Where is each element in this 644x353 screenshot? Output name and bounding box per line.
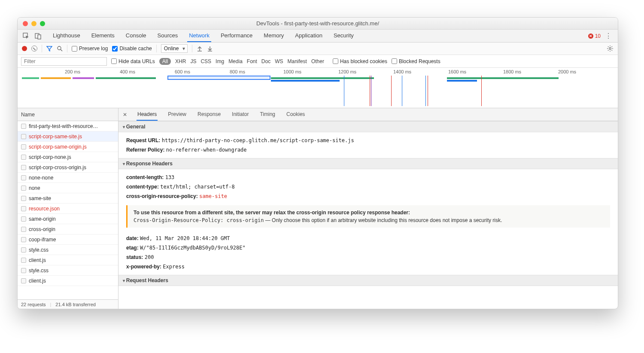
import-har-icon[interactable]	[197, 46, 203, 52]
record-button[interactable]	[22, 46, 27, 51]
tab-network[interactable]: Network	[187, 30, 211, 42]
request-name: none	[29, 185, 115, 191]
request-row[interactable]: client.js	[18, 255, 118, 265]
request-row[interactable]: same-site	[18, 193, 118, 204]
tab-memory[interactable]: Memory	[262, 30, 286, 42]
tab-elements[interactable]: Elements	[90, 30, 116, 42]
timeline-tick: 1600 ms	[448, 69, 466, 74]
request-name: coop-iframe	[29, 237, 115, 243]
has-blocked-cookies-checkbox[interactable]: Has blocked cookies	[333, 58, 387, 64]
file-icon	[21, 227, 26, 232]
error-badge[interactable]: ✕ 10	[588, 33, 601, 39]
timeline-marker	[391, 76, 392, 106]
request-name: none-none	[29, 175, 115, 181]
detail-tab-preview[interactable]: Preview	[167, 109, 187, 121]
request-row[interactable]: first-party-test-with-resource…	[18, 121, 118, 131]
tab-sources[interactable]: Sources	[156, 30, 180, 42]
detail-tab-initiator[interactable]: Initiator	[231, 109, 249, 121]
search-icon[interactable]	[57, 46, 63, 52]
timeline-marker	[344, 76, 344, 106]
type-filter-font[interactable]: Font	[247, 58, 257, 64]
type-filter-img[interactable]: Img	[216, 58, 224, 64]
tab-security[interactable]: Security	[332, 30, 355, 42]
svg-line-4	[61, 49, 62, 51]
tab-performance[interactable]: Performance	[219, 30, 254, 42]
svg-rect-2	[38, 35, 41, 39]
type-filter-media[interactable]: Media	[228, 58, 243, 64]
section-response-headers[interactable]: Response Headers	[118, 158, 618, 169]
file-icon	[21, 175, 26, 180]
hide-data-urls-checkbox[interactable]: Hide data URLs	[111, 58, 155, 64]
device-toolbar-icon[interactable]	[33, 31, 43, 41]
tab-console[interactable]: Console	[124, 30, 148, 42]
filter-input[interactable]	[21, 57, 107, 66]
file-icon	[21, 216, 26, 222]
blocked-requests-checkbox[interactable]: Blocked Requests	[392, 58, 440, 64]
type-filter-xhr[interactable]: XHR	[175, 58, 186, 64]
file-icon	[21, 165, 26, 170]
file-icon	[21, 206, 26, 211]
request-row[interactable]: style.css	[18, 245, 118, 255]
filter-bar: Hide data URLs AllXHRJSCSSImgMediaFontDo…	[18, 55, 618, 68]
tab-lighthouse[interactable]: Lighthouse	[51, 30, 82, 42]
request-row[interactable]: script-corp-none.js	[18, 152, 118, 162]
request-row[interactable]: client.js	[18, 276, 118, 286]
more-menu-icon[interactable]: ⋮	[602, 32, 614, 40]
detail-tab-headers[interactable]: Headers	[137, 109, 158, 121]
timeline-marker	[370, 76, 370, 106]
file-icon	[21, 186, 26, 191]
request-row[interactable]: style.css	[18, 265, 118, 276]
detail-tab-timing[interactable]: Timing	[259, 109, 276, 121]
type-filter-doc[interactable]: Doc	[261, 58, 270, 64]
request-row[interactable]: cross-origin	[18, 224, 118, 234]
timeline-tick: 400 ms	[120, 69, 135, 74]
request-row[interactable]: none-none	[18, 173, 118, 183]
request-name: same-site	[29, 195, 115, 201]
network-toolbar: Preserve log Disable cache Online	[18, 43, 618, 55]
clear-button[interactable]	[31, 46, 37, 52]
type-filter-manifest[interactable]: Manifest	[288, 58, 307, 64]
divider	[192, 45, 192, 52]
request-list-header[interactable]: Name	[18, 108, 118, 121]
request-row[interactable]: script-corp-cross-origin.js	[18, 162, 118, 173]
timeline-marker	[425, 76, 426, 106]
close-details-icon[interactable]: ✕	[123, 112, 127, 118]
type-filter-js[interactable]: JS	[190, 58, 196, 64]
type-filter-ws[interactable]: WS	[275, 58, 283, 64]
type-filter-other[interactable]: Other	[311, 58, 324, 64]
disable-cache-checkbox[interactable]: Disable cache	[112, 46, 152, 52]
timeline-marker	[481, 76, 482, 106]
request-list: Name first-party-test-with-resource…scri…	[18, 108, 118, 309]
section-general[interactable]: General	[118, 121, 618, 132]
preserve-log-checkbox[interactable]: Preserve log	[72, 46, 108, 52]
request-row[interactable]: same-origin	[18, 214, 118, 224]
export-har-icon[interactable]	[207, 46, 213, 52]
request-row[interactable]: coop-iframe	[18, 234, 118, 245]
timeline-tick: 1000 ms	[283, 69, 301, 74]
request-name: same-origin	[29, 216, 115, 222]
inspect-element-icon[interactable]	[21, 31, 31, 41]
detail-tab-response[interactable]: Response	[197, 109, 222, 121]
type-filter-css[interactable]: CSS	[200, 58, 211, 64]
timeline-overview[interactable]: 200 ms400 ms600 ms800 ms1000 ms1200 ms14…	[18, 68, 618, 108]
file-icon	[21, 278, 26, 283]
detail-tab-cookies[interactable]: Cookies	[286, 109, 306, 121]
file-icon	[21, 258, 26, 263]
request-row[interactable]: script-corp-same-site.js	[18, 131, 118, 142]
tab-application[interactable]: Application	[293, 30, 324, 42]
timeline-marker	[402, 76, 402, 106]
request-row[interactable]: resource.json	[18, 204, 118, 214]
svg-point-7	[609, 48, 611, 49]
throttling-select[interactable]: Online	[161, 44, 188, 53]
filter-icon[interactable]	[46, 46, 52, 52]
status-transfer: 21.4 kB transferred	[55, 302, 96, 307]
request-row[interactable]: none	[18, 183, 118, 193]
settings-icon[interactable]	[607, 45, 614, 52]
main-split: Name first-party-test-with-resource…scri…	[18, 108, 618, 309]
section-request-headers[interactable]: Request Headers	[118, 275, 618, 286]
divider	[156, 45, 157, 52]
request-row[interactable]: script-corp-same-origin.js	[18, 142, 118, 152]
divider	[42, 45, 42, 52]
type-filter-all[interactable]: All	[159, 58, 171, 65]
corp-value: same-site	[199, 193, 227, 199]
